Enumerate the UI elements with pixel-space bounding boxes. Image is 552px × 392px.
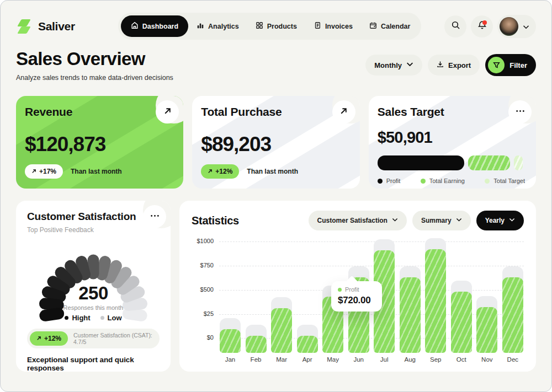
bar-value [425,249,446,353]
trend-up-icon [208,168,213,175]
legend-dot [65,316,68,320]
user-menu[interactable] [497,15,536,38]
brand-logo-icon [16,18,33,35]
x-tick: May [322,356,344,363]
x-tick: Nov [476,356,498,363]
main-nav: Dashboard Analytics Products Invoices Ca… [118,13,422,40]
statistics-card: Statistics Customer Satisfaction Summary… [179,201,536,372]
card-title: Revenue [25,105,174,119]
bar-value [476,307,497,353]
satisfaction-gauge: 250 Responses this month [30,239,157,309]
trend-badge: +12% [201,164,239,179]
nav-item-dashboard[interactable]: Dashboard [121,15,188,37]
filter-button[interactable]: Filter [485,54,536,76]
export-button[interactable]: Export [428,55,480,76]
chevron-down-icon [406,61,413,69]
y-axis-labels: $1000 $750 $500 $25 $0 [192,238,215,353]
csat-score-text: Customer Satisfaction (CSAT): 4.7/5 [73,332,157,345]
y-tick: $25 [204,310,214,317]
y-tick: $750 [200,262,214,269]
bar-value [220,329,241,353]
top-bar: Saliver Dashboard Analytics Products Inv… [1,1,551,40]
bar-aug[interactable] [399,238,421,353]
bar-sep[interactable] [424,238,447,353]
card-subtitle: Top Positive Feedback [27,226,160,234]
home-icon [131,22,139,31]
nav-item-products[interactable]: Products [247,17,305,36]
card-title: Statistics [192,214,239,227]
customer-satisfaction-card: Customer Satisfaction Top Positive Feedb… [16,201,171,372]
bar-dec[interactable] [502,238,524,353]
csat-footer-text: Exceptional support and quick responses [27,356,160,372]
download-icon [437,61,444,69]
trend-note: Than last month [247,168,298,175]
csat-summary-pill: +12% Customer Satisfaction (CSAT): 4.7/5 [27,329,160,348]
grid-icon [256,22,263,31]
trend-note: Than last month [71,168,122,175]
notifications-button[interactable] [471,15,493,37]
sales-target-progress [378,155,527,170]
card-title: Total Purchase [201,105,351,119]
calendar-icon [369,22,377,31]
y-tick: $0 [207,334,214,341]
responses-caption: Responses this month [30,304,157,311]
x-tick: Sep [424,356,447,363]
x-tick: Feb [245,356,267,363]
target-segment-total-target [514,155,523,170]
responses-count: 250 [30,283,157,304]
x-tick: Aug [399,356,421,363]
tooltip-dot [338,288,342,292]
bar-feb[interactable] [245,238,267,353]
profit-bar-chart: $1000 $750 $500 $25 $0 JanFebMarAprMayJu… [192,238,524,367]
x-tick: Jun [348,356,370,363]
chevron-down-icon [509,217,515,224]
trend-up-icon [31,168,36,175]
trend-up-icon [36,335,41,342]
bar-chart-icon [197,22,204,31]
search-button[interactable] [444,15,466,37]
x-tick: Oct [450,356,473,363]
y-tick: $500 [200,286,214,293]
brand: Saliver [16,18,75,35]
revenue-card: Revenue $120,873 +17% Than last month [16,96,183,189]
bar-value [271,308,292,353]
top-actions [444,15,536,38]
tooltip-label: Profit [345,286,359,293]
nav-item-calendar[interactable]: Calendar [361,17,419,36]
bar-jan[interactable] [219,238,241,353]
period-select[interactable]: Monthly [365,55,422,76]
y-tick: $1000 [197,238,214,244]
total-purchase-card: Total Purchase $89,203 +12% Than last mo… [192,96,359,189]
bar-value [502,277,523,353]
notification-badge [482,20,487,25]
bar-value [451,292,472,353]
bar-nov[interactable] [476,238,498,353]
target-segment-profit [378,155,464,170]
search-icon [451,20,460,32]
page-title: Sales Overview [16,49,173,69]
target-segment-total-earning [468,155,510,170]
chevron-down-icon [456,217,462,224]
bar-apr[interactable] [296,238,319,353]
x-axis-labels: JanFebMarAprMayJunJulAugSepOctNovDec [219,356,524,363]
chevron-down-icon [523,22,529,31]
summary-select[interactable]: Summary [412,211,471,230]
app-window: Saliver Dashboard Analytics Products Inv… [0,0,552,392]
page-subtitle: Analyze sales trends to make data-driven… [16,74,173,82]
x-tick: Jul [373,356,395,363]
sales-target-legend: Profit Total Earning Total Target [378,178,527,184]
nav-item-analytics[interactable]: Analytics [188,17,247,36]
page-header: Sales Overview Analyze sales trends to m… [1,40,551,82]
x-tick: Mar [270,356,293,363]
metric-select[interactable]: Customer Satisfaction [309,211,407,230]
nav-item-invoices[interactable]: Invoices [305,17,361,36]
x-tick: Dec [502,356,524,363]
card-title: Sales Target [378,105,527,119]
legend-dot [378,179,383,184]
range-select[interactable]: Yearly [476,211,524,230]
x-tick: Jan [219,356,241,363]
funnel-icon [488,57,505,73]
bar-oct[interactable] [450,238,473,353]
x-tick: Apr [296,356,319,363]
bar-mar[interactable] [270,238,293,353]
